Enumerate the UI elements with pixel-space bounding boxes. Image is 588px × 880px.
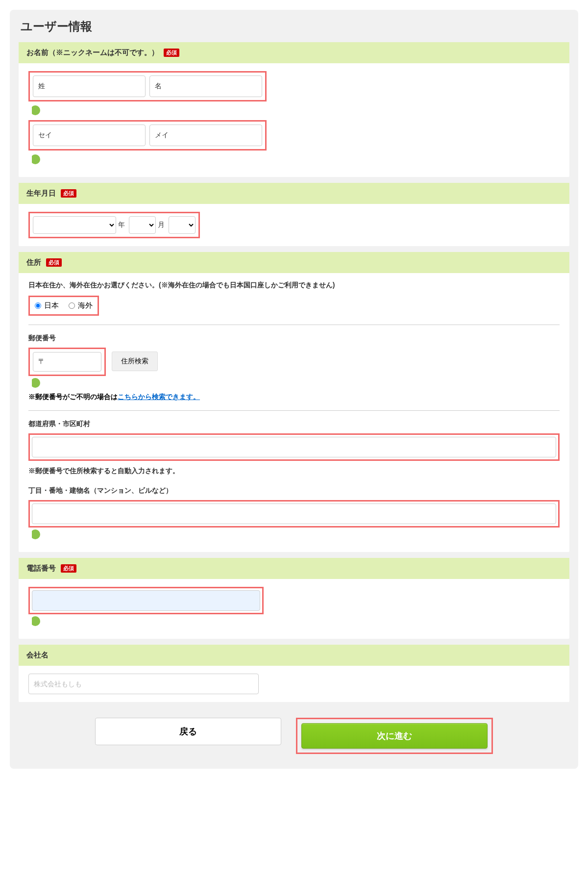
dob-month-select[interactable] — [129, 216, 156, 234]
section-title-tel: 電話番号 — [26, 564, 56, 573]
address-search-button[interactable]: 住所検索 — [112, 352, 158, 371]
radio-japan-input[interactable] — [35, 302, 41, 309]
section-header-address: 住所 必須 — [19, 252, 569, 273]
lastname-group: 姓 — [33, 75, 146, 97]
radio-overseas[interactable]: 海外 — [69, 301, 93, 310]
postal-help: ※郵便番号がご不明の場合はこちらから検索できます。 — [28, 393, 560, 402]
page-title: ユーザー情報 — [19, 19, 569, 34]
section-name: お名前（※ニックネームは不可です。） 必須 姓 名 セイ — [19, 42, 569, 177]
dob-year-suffix: 年 — [118, 221, 125, 229]
lastname-input[interactable] — [50, 76, 140, 97]
check-icon — [30, 154, 40, 164]
radio-overseas-label: 海外 — [78, 301, 93, 310]
firstname-input[interactable] — [167, 76, 257, 97]
form-container: ユーザー情報 お名前（※ニックネームは不可です。） 必須 姓 名 セイ — [10, 10, 578, 769]
required-badge: 必須 — [46, 258, 62, 267]
radio-japan[interactable]: 日本 — [35, 301, 59, 310]
firstname-group: 名 — [149, 75, 262, 97]
section-dob: 生年月日 必須 年 月 — [19, 183, 569, 246]
residence-note: 日本在住か、海外在住かお選びください。(※海外在住の場合でも日本国口座しかご利用… — [28, 281, 560, 290]
dob-group: 年 月 — [28, 212, 200, 238]
company-input[interactable] — [28, 674, 259, 694]
required-badge: 必須 — [61, 189, 76, 198]
check-icon — [30, 378, 40, 388]
required-badge: 必須 — [164, 49, 179, 57]
section-title-address: 住所 — [26, 258, 41, 267]
lastname-kana-label: セイ — [38, 131, 52, 140]
residence-radio-group: 日本 海外 — [28, 296, 99, 316]
address-detail-input-wrap — [28, 500, 560, 528]
firstname-kana-group: メイ — [149, 125, 262, 146]
divider — [28, 325, 560, 325]
required-badge: 必須 — [61, 564, 76, 573]
next-button-wrap: 次に進む — [296, 718, 493, 754]
button-row: 戻る 次に進む — [19, 712, 569, 760]
dob-day-select[interactable] — [169, 216, 196, 234]
next-button[interactable]: 次に進む — [301, 723, 488, 749]
tel-input[interactable] — [32, 590, 260, 611]
lastname-kana-input[interactable] — [57, 125, 143, 146]
section-company: 会社名 — [19, 645, 569, 702]
section-title-company: 会社名 — [26, 651, 49, 660]
tel-input-wrap — [28, 587, 264, 614]
firstname-kana-input[interactable] — [173, 125, 259, 146]
section-header-tel: 電話番号 必須 — [19, 558, 569, 579]
lastname-kana-group: セイ — [33, 125, 146, 146]
back-button[interactable]: 戻る — [95, 718, 281, 745]
prefcity-label: 都道府県・市区町村 — [28, 420, 560, 428]
prefcity-input[interactable] — [32, 437, 556, 457]
dob-year-select[interactable] — [33, 216, 116, 234]
section-tel: 電話番号 必須 — [19, 558, 569, 639]
prefcity-note: ※郵便番号で住所検索すると自動入力されます。 — [28, 467, 560, 476]
check-icon — [30, 529, 40, 539]
section-header-dob: 生年月日 必須 — [19, 183, 569, 204]
postal-prefix: 〒 — [38, 357, 45, 366]
radio-japan-label: 日本 — [44, 301, 59, 310]
postal-lookup-link[interactable]: こちらから検索できます。 — [118, 393, 200, 401]
lastname-label: 姓 — [38, 82, 45, 91]
section-title-dob: 生年月日 — [26, 189, 56, 198]
radio-overseas-input[interactable] — [69, 302, 75, 309]
postal-label: 郵便番号 — [28, 334, 560, 343]
dob-month-suffix: 月 — [158, 221, 165, 229]
address-detail-label: 丁目・番地・建物名（マンション、ビルなど） — [28, 486, 560, 495]
check-icon — [30, 105, 40, 115]
name-kana-group: セイ メイ — [28, 120, 267, 151]
divider — [28, 410, 560, 411]
check-icon — [30, 616, 40, 626]
section-address: 住所 必須 日本在住か、海外在住かお選びください。(※海外在住の場合でも日本国口… — [19, 252, 569, 552]
name-kanji-group: 姓 名 — [28, 71, 267, 101]
firstname-label: 名 — [155, 82, 162, 91]
prefcity-input-wrap — [28, 433, 560, 461]
section-title-name: お名前（※ニックネームは不可です。） — [26, 48, 159, 57]
postal-input-wrap: 〒 — [28, 348, 106, 376]
address-detail-input[interactable] — [32, 503, 556, 524]
postal-help-prefix: ※郵便番号がご不明の場合は — [28, 393, 118, 401]
section-header-name: お名前（※ニックネームは不可です。） 必須 — [19, 42, 569, 63]
section-header-company: 会社名 — [19, 645, 569, 666]
firstname-kana-label: メイ — [155, 131, 169, 140]
